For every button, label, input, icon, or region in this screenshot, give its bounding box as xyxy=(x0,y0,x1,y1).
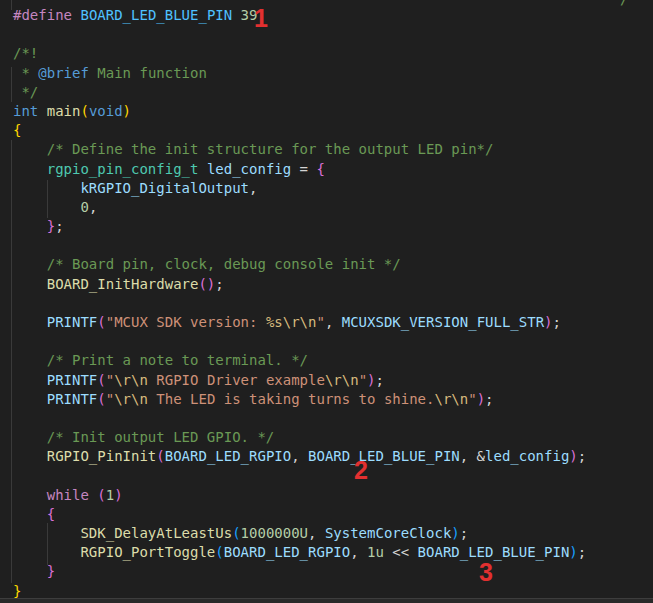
code-area[interactable]: #define BOARD_LED_BLUE_PIN 39 /*! * @bri… xyxy=(13,6,586,601)
code-token-doctag: @brief xyxy=(38,65,89,81)
code-token-plain: , xyxy=(89,199,97,215)
code-token-comment: /* Init output LED GPIO. */ xyxy=(13,429,274,445)
code-token-b3: ( xyxy=(215,544,223,560)
indent-guide xyxy=(11,140,12,583)
code-line[interactable]: RGPIO_PortToggle(BOARD_LED_RGPIO, 1u << … xyxy=(13,543,586,562)
step-annotation-3: 3 xyxy=(479,560,493,585)
code-token-pp: while xyxy=(47,487,89,503)
code-token-var: BOARD_LED_BLUE_PIN xyxy=(308,448,460,464)
code-token-plain xyxy=(232,7,240,23)
code-token-fn: RGPIO_PortToggle xyxy=(80,544,215,560)
code-token-b1: ( xyxy=(80,103,88,119)
code-token-b1: ) xyxy=(123,103,131,119)
code-token-esc: \r\n xyxy=(114,391,148,407)
code-token-plain: ; xyxy=(460,525,468,541)
code-line[interactable] xyxy=(13,332,586,351)
code-line[interactable]: { xyxy=(13,121,586,140)
code-token-var: BOARD_LED_BLUE_PIN xyxy=(418,544,570,560)
code-token-num: 1000000U xyxy=(241,525,308,541)
code-token-comment: /* Board pin, clock, debug console init … xyxy=(13,256,401,272)
code-token-b1: } xyxy=(13,583,21,599)
code-token-fn: BOARD_InitHardware xyxy=(47,276,199,292)
code-line[interactable]: }; xyxy=(13,217,586,236)
code-token-plain: , xyxy=(291,448,308,464)
code-line[interactable]: kRGPIO_DigitalOutput, xyxy=(13,179,586,198)
code-token-comment: Main function xyxy=(89,65,207,81)
code-token-str: " xyxy=(106,391,114,407)
code-line[interactable] xyxy=(13,467,586,486)
code-token-plain xyxy=(13,372,47,388)
code-line[interactable]: */ xyxy=(13,83,586,102)
code-line[interactable]: BOARD_InitHardware(); xyxy=(13,275,586,294)
code-token-str: The LED is taking turns to shine. xyxy=(148,391,435,407)
code-token-str: "MCUX SDK version: xyxy=(106,314,266,330)
code-line[interactable]: while (1) xyxy=(13,486,586,505)
code-token-type: rgpio_pin_config_t xyxy=(47,161,199,177)
code-token-esc: %s xyxy=(266,314,283,330)
code-token-plain xyxy=(13,180,80,196)
code-token-fn: SDK_DelayAtLeastUs xyxy=(80,525,232,541)
code-token-comment: * xyxy=(13,65,38,81)
code-token-plain xyxy=(13,544,80,560)
code-token-var: BOARD_LED_RGPIO xyxy=(224,544,350,560)
code-line[interactable]: PRINTF("\r\n The LED is taking turns to … xyxy=(13,390,586,409)
code-token-b2: { xyxy=(316,161,324,177)
code-line[interactable] xyxy=(13,409,586,428)
code-line[interactable] xyxy=(13,25,586,44)
cutoff-comment-fragment: / xyxy=(620,0,628,9)
code-line[interactable]: #define BOARD_LED_BLUE_PIN 39 xyxy=(13,6,586,25)
code-token-b2: () xyxy=(198,276,215,292)
code-token-b3: ) xyxy=(451,525,459,541)
code-token-plain: ; xyxy=(485,391,493,407)
code-token-plain xyxy=(198,161,206,177)
code-token-b2: ( xyxy=(97,314,105,330)
code-token-var: MCUXSDK_VERSION_FULL_STR xyxy=(342,314,544,330)
code-token-comment: /*! xyxy=(13,45,38,61)
code-line[interactable]: RGPIO_PinInit(BOARD_LED_RGPIO, BOARD_LED… xyxy=(13,447,586,466)
code-token-var: BOARD_LED_RGPIO xyxy=(165,448,291,464)
code-token-plain: ; xyxy=(215,276,223,292)
code-line[interactable]: /*! xyxy=(13,44,586,63)
code-token-esc: \r\n xyxy=(325,372,359,388)
code-token-var: led_config xyxy=(207,161,291,177)
code-token-plain xyxy=(13,448,47,464)
code-token-var: kRGPIO_DigitalOutput xyxy=(80,180,249,196)
code-token-b2: ( xyxy=(97,372,105,388)
code-line[interactable]: int main(void) xyxy=(13,102,586,121)
code-token-var: PRINTF xyxy=(47,372,98,388)
code-line[interactable]: 0, xyxy=(13,198,586,217)
code-line[interactable]: /* Define the init structure for the out… xyxy=(13,140,586,159)
code-token-var: PRINTF xyxy=(47,391,98,407)
code-line[interactable]: } xyxy=(13,562,586,581)
code-token-b2: ( xyxy=(156,448,164,464)
code-token-plain xyxy=(13,487,47,503)
code-token-esc: \r\n xyxy=(114,372,148,388)
code-line[interactable]: PRINTF("\r\n RGPIO Driver example\r\n"); xyxy=(13,371,586,390)
code-token-num: 1 xyxy=(106,487,114,503)
code-token-fn: main xyxy=(47,103,81,119)
code-token-plain: , xyxy=(308,525,325,541)
step-annotation-2: 2 xyxy=(354,458,368,483)
code-line[interactable]: SDK_DelayAtLeastUs(1000000U, SystemCoreC… xyxy=(13,524,586,543)
code-line[interactable]: /* Board pin, clock, debug console init … xyxy=(13,255,586,274)
code-editor[interactable]: #define BOARD_LED_BLUE_PIN 39 /*! * @bri… xyxy=(0,0,653,603)
code-line[interactable]: { xyxy=(13,505,586,524)
code-line[interactable]: /* Print a note to terminal. */ xyxy=(13,351,586,370)
code-token-plain xyxy=(13,506,47,522)
code-line[interactable]: * @brief Main function xyxy=(13,64,586,83)
code-line[interactable]: PRINTF("MCUX SDK version: %s\r\n", MCUXS… xyxy=(13,313,586,332)
code-line[interactable] xyxy=(13,236,586,255)
code-token-const: BOARD_LED_BLUE_PIN xyxy=(80,7,232,23)
code-token-b2: } xyxy=(47,218,55,234)
code-token-num: 0 xyxy=(80,199,88,215)
code-token-plain: ; xyxy=(578,544,586,560)
indent-guide xyxy=(11,67,12,102)
code-line[interactable]: rgpio_pin_config_t led_config = { xyxy=(13,160,586,179)
code-token-fn: RGPIO_PinInit xyxy=(47,448,157,464)
code-token-plain xyxy=(13,525,80,541)
code-token-b3: ) xyxy=(569,544,577,560)
code-line[interactable] xyxy=(13,294,586,313)
code-line[interactable]: /* Init output LED GPIO. */ xyxy=(13,428,586,447)
code-token-plain: , xyxy=(325,314,342,330)
indent-guide xyxy=(11,0,12,10)
